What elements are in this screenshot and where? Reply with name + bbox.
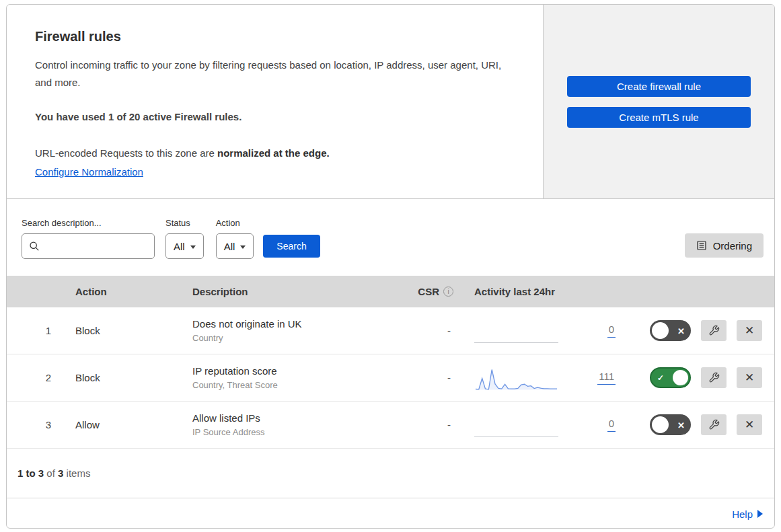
rule-description: Does not originate in UK Country [185, 318, 400, 343]
activity-sparkline [474, 366, 558, 394]
page-description: Control incoming traffic to your zone by… [35, 56, 514, 91]
ordering-button[interactable]: Ordering [685, 233, 764, 258]
col-action-header: Action [67, 286, 185, 297]
normalization-prefix: URL-encoded Requests to this zone are [35, 147, 217, 159]
rule-activity: 0 [461, 402, 622, 448]
delete-rule-button[interactable]: ✕ [737, 320, 762, 341]
toggle-check-icon: ✓ [657, 374, 664, 382]
delete-rule-button[interactable]: ✕ [737, 367, 762, 388]
help-link[interactable]: Help [732, 508, 763, 520]
rule-activity: 0 [461, 307, 622, 354]
table-row: 3 Allow Allow listed IPs IP Source Addre… [7, 402, 774, 449]
enable-toggle[interactable]: ✓ [650, 367, 691, 388]
status-dropdown-value: All [174, 241, 185, 252]
action-dropdown[interactable]: All [216, 233, 254, 259]
configure-normalization-link[interactable]: Configure Normalization [35, 166, 143, 178]
activity-count-link[interactable]: 0 [607, 324, 616, 338]
wrench-icon [708, 419, 720, 430]
col-csr-header: CSR i [400, 286, 461, 297]
table-header: Action Description CSR i Activity last 2… [7, 276, 774, 307]
rule-description: Allow listed IPs IP Source Address [185, 412, 400, 437]
status-dropdown[interactable]: All [165, 233, 204, 259]
search-box [22, 233, 155, 259]
enable-toggle[interactable]: ✕ [650, 414, 691, 435]
firewall-rules-panel: Firewall rules Control incoming traffic … [6, 4, 775, 529]
rule-action: Block [67, 372, 185, 383]
rule-action: Allow [67, 419, 185, 430]
header-section: Firewall rules Control incoming traffic … [7, 5, 774, 199]
chevron-down-icon [190, 245, 196, 249]
status-filter-group: Status All [165, 218, 204, 259]
items-range: 1 to 3 [17, 467, 44, 479]
help-footer: Help [7, 498, 774, 529]
rule-csr-value: - [400, 325, 461, 336]
rule-controls: ✕ ✕ [622, 414, 774, 435]
col-csr-label: CSR [418, 286, 439, 297]
create-firewall-rule-button[interactable]: Create firewall rule [567, 76, 751, 97]
ordering-button-label: Ordering [713, 240, 752, 252]
col-activity-header: Activity last 24hr [461, 286, 622, 297]
enable-toggle[interactable]: ✕ [650, 320, 691, 341]
filter-bar: Search description... Status All Action … [7, 199, 774, 276]
activity-flatline [474, 413, 558, 441]
arrow-right-icon [757, 510, 763, 518]
wrench-icon [708, 325, 720, 336]
items-of: of [44, 467, 58, 479]
edit-rule-button[interactable] [701, 367, 727, 388]
toggle-x-icon: ✕ [677, 326, 685, 335]
delete-rule-button[interactable]: ✕ [737, 414, 762, 435]
action-filter-group: Action All [216, 218, 254, 259]
close-icon: ✕ [745, 372, 754, 383]
toggle-knob [652, 322, 669, 339]
rule-description-title: Allow listed IPs [192, 412, 400, 424]
intro-card: Firewall rules Control incoming traffic … [7, 5, 543, 198]
help-link-label: Help [732, 508, 753, 520]
search-button[interactable]: Search [263, 235, 320, 258]
activity-flatline [474, 319, 558, 347]
table-row: 2 Block IP reputation score Country, Thr… [7, 354, 774, 402]
activity-count-link[interactable]: 111 [597, 371, 616, 385]
search-group: Search description... [22, 218, 155, 259]
search-label: Search description... [22, 218, 155, 228]
action-label: Action [216, 218, 254, 228]
activity-count-link[interactable]: 0 [607, 418, 616, 432]
rule-fields: IP Source Address [192, 427, 400, 437]
rule-fields: Country [192, 333, 400, 343]
normalization-text: URL-encoded Requests to this zone are no… [35, 145, 515, 162]
actions-side-panel: Create firewall rule Create mTLS rule [543, 5, 774, 198]
col-description-header: Description [185, 286, 400, 297]
rule-csr-value: - [400, 419, 461, 430]
toggle-knob [673, 370, 688, 385]
table-row: 1 Block Does not originate in UK Country… [7, 307, 774, 354]
action-dropdown-value: All [224, 241, 235, 252]
list-order-icon [696, 240, 707, 251]
toggle-knob [652, 416, 669, 433]
rule-description-title: Does not originate in UK [192, 318, 400, 330]
page-title: Firewall rules [35, 29, 515, 44]
edit-rule-button[interactable] [701, 414, 727, 435]
rule-controls: ✓ ✕ [622, 367, 774, 388]
rule-csr-value: - [400, 372, 461, 383]
rule-number: 3 [7, 419, 67, 430]
info-icon[interactable]: i [443, 287, 453, 297]
rule-description: IP reputation score Country, Threat Scor… [185, 365, 400, 390]
rule-controls: ✕ ✕ [622, 320, 774, 341]
search-icon [29, 241, 40, 252]
rule-number: 2 [7, 372, 67, 383]
edit-rule-button[interactable] [701, 320, 727, 341]
status-label: Status [165, 218, 204, 228]
rule-description-title: IP reputation score [192, 365, 400, 377]
chevron-down-icon [240, 245, 246, 249]
close-icon: ✕ [745, 325, 754, 336]
rule-action: Block [67, 325, 185, 336]
pagination-summary: 1 to 3 of 3 items [7, 449, 774, 498]
items-word: items [63, 467, 90, 479]
close-icon: ✕ [745, 419, 754, 430]
rule-activity: 111 [461, 354, 622, 401]
normalization-bold: normalized at the edge. [217, 147, 330, 159]
search-input[interactable] [44, 240, 147, 252]
rule-fields: Country, Threat Score [192, 380, 400, 390]
toggle-x-icon: ✕ [677, 420, 685, 429]
create-mtls-rule-button[interactable]: Create mTLS rule [567, 107, 751, 128]
usage-summary: You have used 1 of 20 active Firewall ru… [35, 108, 515, 126]
